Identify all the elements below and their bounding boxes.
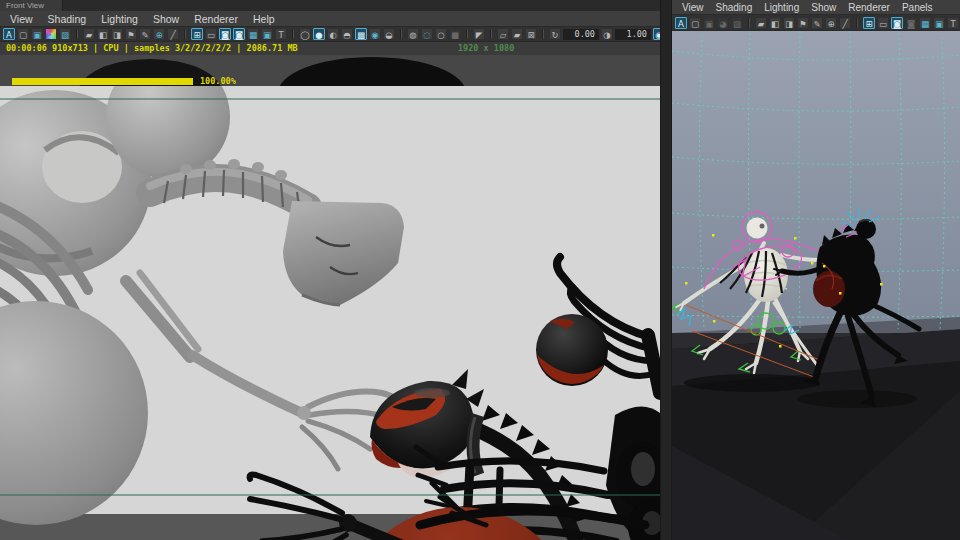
safe-title-icon[interactable]: T bbox=[947, 17, 959, 29]
object-select-icon[interactable]: ▢ bbox=[17, 28, 29, 40]
render-viewport: 100.00% bbox=[0, 55, 660, 540]
grease-pencil-icon[interactable]: ✎ bbox=[139, 28, 151, 40]
menu-item-show[interactable]: Show bbox=[153, 13, 179, 25]
front-view-panel: Front View ViewShadingLightingShowRender… bbox=[0, 0, 660, 540]
toolbar-separator bbox=[400, 29, 402, 39]
component-select-icon[interactable]: ▣ bbox=[31, 28, 43, 40]
shadow bbox=[684, 374, 820, 392]
textured-mode-icon[interactable]: ◐ bbox=[327, 28, 339, 40]
panel-title-tab[interactable]: Front View bbox=[0, 0, 63, 11]
menu-item-shading[interactable]: Shading bbox=[716, 2, 753, 13]
field-chart-icon[interactable]: ▦ bbox=[247, 28, 259, 40]
scene-lights-icon[interactable]: ◉ bbox=[369, 28, 381, 40]
image-plane-icon[interactable]: ▨ bbox=[59, 28, 71, 40]
depth-of-field-icon[interactable]: ○ bbox=[435, 28, 447, 40]
resolution-gate-icon[interactable]: ◙ bbox=[219, 28, 231, 40]
toolbar-separator bbox=[748, 18, 750, 28]
panel-divider[interactable] bbox=[660, 0, 672, 540]
render-progress: 100.00% bbox=[12, 76, 236, 86]
ambient-occlusion-icon[interactable]: ◍ bbox=[407, 28, 419, 40]
grid-icon[interactable]: ⊞ bbox=[863, 17, 875, 29]
exposure-field[interactable]: 0.00 bbox=[563, 29, 599, 40]
arnold-renderer-icon[interactable]: A bbox=[675, 17, 687, 29]
roll-camera-icon[interactable]: ◨ bbox=[111, 28, 123, 40]
toolbar-separator bbox=[856, 18, 858, 28]
annotate-icon[interactable]: ╱ bbox=[167, 28, 179, 40]
render-view-canvas[interactable] bbox=[0, 55, 660, 540]
color-wheel-icon[interactable]: ◕ bbox=[717, 17, 729, 29]
multisample-icon[interactable]: ■ bbox=[449, 28, 461, 40]
safe-action-icon[interactable]: ▣ bbox=[261, 28, 273, 40]
toolbar-separator bbox=[76, 29, 78, 39]
select-cursor-icon[interactable]: ◤ bbox=[473, 28, 485, 40]
resolution-gate-text: 1920 x 1080 bbox=[458, 42, 514, 55]
roll-camera-icon[interactable]: ◨ bbox=[783, 17, 795, 29]
tumble-camera-icon[interactable]: ◧ bbox=[769, 17, 781, 29]
perspective-view-panel: ViewShadingLightingShowRendererPanels A▢… bbox=[672, 0, 960, 540]
duplicate-panel-icon[interactable]: ▰ bbox=[511, 28, 523, 40]
object-select-icon[interactable]: ▢ bbox=[689, 17, 701, 29]
toolbar-separator bbox=[184, 29, 186, 39]
wireframe-mode-icon[interactable]: ◯ bbox=[299, 28, 311, 40]
front-view-toolbar: A▢▣◕▨▰◧◨⚑✎⊕╱⊞▭◙◙▦▣T◯●◐◓▩◉◒◍◌○■◤▱▰⊠↻0.00◑… bbox=[0, 26, 660, 42]
field-chart-icon[interactable]: ▦ bbox=[919, 17, 931, 29]
gate-mask-icon[interactable]: ◙ bbox=[233, 28, 245, 40]
isolate-select-icon[interactable]: ▱ bbox=[497, 28, 509, 40]
menu-item-renderer[interactable]: Renderer bbox=[848, 2, 890, 13]
exposure-icon[interactable]: ↻ bbox=[549, 28, 561, 40]
tumble-camera-icon[interactable]: ◧ bbox=[97, 28, 109, 40]
motion-blur-icon[interactable]: ◌ bbox=[421, 28, 433, 40]
grease-pencil-icon[interactable]: ✎ bbox=[811, 17, 823, 29]
menu-item-renderer[interactable]: Renderer bbox=[194, 13, 238, 25]
persp-menubar: ViewShadingLightingShowRendererPanels bbox=[672, 0, 960, 14]
perspective-view-canvas[interactable] bbox=[672, 31, 960, 540]
menu-item-panels[interactable]: Panels bbox=[902, 2, 933, 13]
toolbar-separator bbox=[292, 29, 294, 39]
shadow bbox=[797, 390, 917, 408]
menu-item-shading[interactable]: Shading bbox=[48, 13, 87, 25]
select-camera-icon[interactable]: ▰ bbox=[83, 28, 95, 40]
shadows-icon[interactable]: ◒ bbox=[383, 28, 395, 40]
persp-toolbar: A▢▣◕▨▰◧◨⚑✎⊕╱⊞▭◙◙▦▣T bbox=[672, 14, 960, 31]
annotate-icon[interactable]: ╱ bbox=[839, 17, 851, 29]
view-transform-icon[interactable]: ◉ bbox=[653, 28, 660, 40]
gamma-field[interactable]: 1.00 bbox=[615, 29, 651, 40]
gate-mask-icon[interactable]: ◙ bbox=[905, 17, 917, 29]
menu-item-help[interactable]: Help bbox=[253, 13, 275, 25]
smooth-shade-icon[interactable]: ● bbox=[313, 28, 325, 40]
pan-zoom-icon[interactable]: ⊕ bbox=[825, 17, 837, 29]
bookmark-icon[interactable]: ⚑ bbox=[797, 17, 809, 29]
select-camera-icon[interactable]: ▰ bbox=[755, 17, 767, 29]
progress-label: 100.00% bbox=[200, 76, 236, 86]
menu-item-view[interactable]: View bbox=[10, 13, 33, 25]
film-gate-icon[interactable]: ▭ bbox=[205, 28, 217, 40]
bookmark-icon[interactable]: ⚑ bbox=[125, 28, 137, 40]
menu-item-show[interactable]: Show bbox=[811, 2, 836, 13]
grid-icon[interactable]: ⊞ bbox=[191, 28, 203, 40]
progress-track bbox=[12, 78, 193, 85]
safe-action-icon[interactable]: ▣ bbox=[933, 17, 945, 29]
front-view-menubar: ViewShadingLightingShowRendererHelp bbox=[0, 11, 660, 26]
menu-item-lighting[interactable]: Lighting bbox=[764, 2, 799, 13]
image-plane-icon[interactable]: ▨ bbox=[731, 17, 743, 29]
color-wheel-icon[interactable]: ◕ bbox=[45, 28, 57, 40]
panel-titlebar: Front View bbox=[0, 0, 660, 11]
toolbar-separator bbox=[490, 29, 492, 39]
persp-viewport bbox=[672, 31, 960, 540]
render-statusbar: 00:00:06 910x713 | CPU | samples 3/2/2/2… bbox=[0, 42, 660, 55]
menu-item-view[interactable]: View bbox=[682, 2, 704, 13]
menu-item-lighting[interactable]: Lighting bbox=[101, 13, 138, 25]
checker-texture-icon[interactable]: ▩ bbox=[355, 28, 367, 40]
xray-icon[interactable]: ⊠ bbox=[525, 28, 537, 40]
gamma-icon[interactable]: ◑ bbox=[601, 28, 613, 40]
toolbar-separator bbox=[466, 29, 468, 39]
arnold-renderer-icon[interactable]: A bbox=[3, 28, 15, 40]
film-gate-icon[interactable]: ▭ bbox=[877, 17, 889, 29]
pan-zoom-icon[interactable]: ⊕ bbox=[153, 28, 165, 40]
use-all-lights-icon[interactable]: ◓ bbox=[341, 28, 353, 40]
progress-fill bbox=[12, 78, 193, 85]
component-select-icon[interactable]: ▣ bbox=[703, 17, 715, 29]
resolution-gate-icon[interactable]: ◙ bbox=[891, 17, 903, 29]
render-stats-text: 00:00:06 910x713 | CPU | samples 3/2/2/2… bbox=[0, 43, 298, 53]
safe-title-icon[interactable]: T bbox=[275, 28, 287, 40]
